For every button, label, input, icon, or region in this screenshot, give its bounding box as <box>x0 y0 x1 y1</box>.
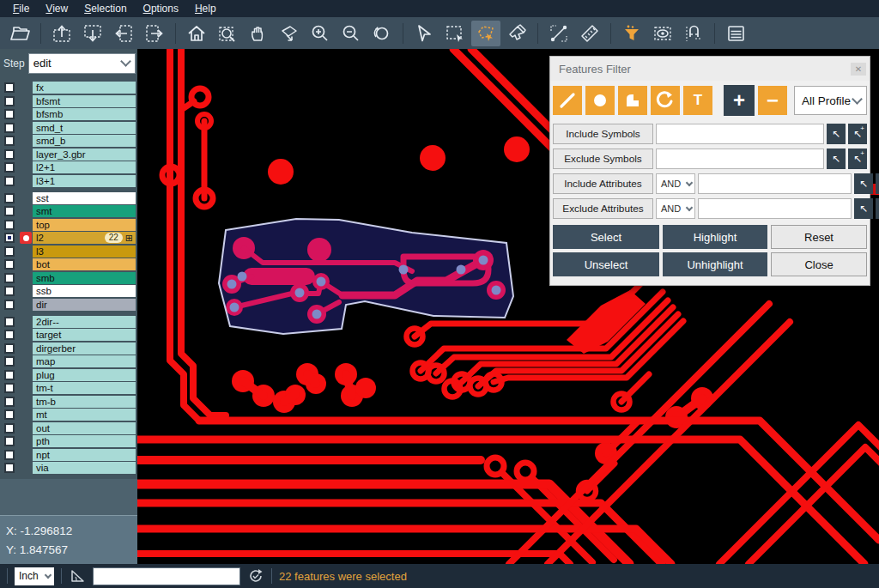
layer-checkbox-tm-b[interactable] <box>4 397 15 407</box>
layer-row-npt[interactable]: npt <box>0 449 137 461</box>
layer-label-smt[interactable]: smt <box>33 205 136 217</box>
layer-checkbox-bfsmt[interactable] <box>4 96 15 106</box>
menu-item-selection[interactable]: Selection <box>76 1 135 16</box>
polygon-select-icon[interactable] <box>471 21 500 46</box>
layer-row-top[interactable]: top <box>0 219 137 231</box>
pick-add-from-canvas-icon[interactable]: ↖+ <box>848 149 867 169</box>
highlight-button[interactable]: Highlight <box>663 225 767 249</box>
angle-measure-icon[interactable] <box>69 567 86 585</box>
layer-label-tm-b[interactable]: tm-b <box>33 396 136 408</box>
layer-label-l2+1[interactable]: l2+1 <box>33 161 136 173</box>
menu-item-view[interactable]: View <box>38 1 76 16</box>
unit-select[interactable]: Inch <box>15 567 54 585</box>
zoom-previous-icon[interactable] <box>367 21 397 46</box>
layer-label-target[interactable]: target <box>33 329 136 341</box>
layer-label-plug[interactable]: plug <box>33 369 136 381</box>
close-icon[interactable]: ✕ <box>851 63 866 76</box>
layer-label-out[interactable]: out <box>33 422 136 434</box>
pick-add-from-canvas-icon[interactable]: ↖+ <box>876 198 879 219</box>
layer-row-l2[interactable]: l222⊞ <box>0 232 137 244</box>
command-input[interactable] <box>93 567 240 585</box>
layer-label-top[interactable]: top <box>33 219 136 231</box>
layer-label-2dir--[interactable]: 2dir-- <box>33 316 136 328</box>
layer-row-smd_b[interactable]: smd_b <box>0 135 137 147</box>
layer-label-ssb[interactable]: ssb <box>33 285 136 297</box>
layer-label-fx[interactable]: fx <box>33 82 136 94</box>
layer-label-npt[interactable]: npt <box>33 449 136 461</box>
open-folder-icon[interactable] <box>5 21 34 46</box>
layer-row-layer_3.gbr[interactable]: layer_3.gbr <box>0 149 137 161</box>
layer-row-fx[interactable]: fx <box>0 82 137 94</box>
layer-row-bot[interactable]: bot <box>0 258 137 270</box>
profile-select[interactable]: All Profile <box>794 86 867 115</box>
select-button[interactable]: Select <box>553 225 659 249</box>
zoom-object-icon[interactable] <box>275 21 304 46</box>
snap-magnet-icon[interactable] <box>679 21 708 46</box>
layer-label-sst[interactable]: sst <box>33 192 136 204</box>
layer-row-ssb[interactable]: ssb <box>0 285 137 297</box>
layer-checkbox-smb[interactable] <box>4 273 15 283</box>
layer-checkbox-smd_t[interactable] <box>4 123 15 133</box>
surface-feature-icon[interactable] <box>618 86 647 115</box>
layer-row-out[interactable]: out <box>0 422 137 434</box>
layer-row-dir[interactable]: dir <box>0 299 137 311</box>
pick-from-canvas-icon[interactable]: ↖ <box>854 198 873 219</box>
menu-item-file[interactable]: File <box>5 1 38 16</box>
layer-label-layer_3.gbr[interactable]: layer_3.gbr <box>33 149 136 161</box>
menu-item-help[interactable]: Help <box>187 1 225 16</box>
layer-checkbox-npt[interactable] <box>4 450 15 460</box>
layer-row-tm-t[interactable]: tm-t <box>0 382 137 394</box>
layer-checkbox-target[interactable] <box>4 330 15 340</box>
step-select[interactable]: edit <box>28 53 136 74</box>
rect-select-icon[interactable] <box>440 21 470 46</box>
reset-button[interactable]: Reset <box>771 225 867 249</box>
line-feature-icon[interactable] <box>553 86 582 115</box>
layer-row-smt[interactable]: smt <box>0 205 137 217</box>
layer-checkbox-bot[interactable] <box>4 259 15 270</box>
zoom-area-icon[interactable] <box>213 21 242 46</box>
view-box-icon[interactable] <box>648 21 677 46</box>
text-feature-icon[interactable]: T <box>683 86 712 115</box>
exclude-attributes-button[interactable]: Exclude Attributes <box>553 198 653 219</box>
pan-hand-icon[interactable] <box>244 21 273 46</box>
layer-row-l3+1[interactable]: l3+1 <box>0 175 137 187</box>
layer-label-smd_t[interactable]: smd_t <box>33 122 136 134</box>
layer-checkbox-bfsmb[interactable] <box>4 109 15 119</box>
zoom-out-icon[interactable] <box>336 21 366 46</box>
layer-label-map[interactable]: map <box>33 355 136 367</box>
layer-row-sst[interactable]: sst <box>0 192 137 204</box>
pcb-canvas[interactable]: Features Filter ✕ T + − All Profile <box>137 49 879 564</box>
layer-row-l3[interactable]: l3 <box>0 246 137 258</box>
brush-icon[interactable] <box>502 21 531 46</box>
include-symbols-input[interactable] <box>656 124 824 144</box>
layer-checkbox-map[interactable] <box>4 356 15 367</box>
layer-checkbox-plug[interactable] <box>4 370 15 380</box>
layer-checkbox-sst[interactable] <box>4 193 15 203</box>
layer-checkbox-l3+1[interactable] <box>4 176 15 186</box>
pick-from-canvas-icon[interactable]: ↖ <box>827 149 846 169</box>
filter-funnel-icon[interactable] <box>617 21 646 46</box>
layer-row-smb[interactable]: smb <box>0 272 137 284</box>
dialog-title-bar[interactable]: Features Filter ✕ <box>550 57 870 81</box>
layer-checkbox-via[interactable] <box>4 463 15 473</box>
layer-checkbox-ssb[interactable] <box>4 286 15 296</box>
layer-label-mt[interactable]: mt <box>33 409 136 421</box>
close-button[interactable]: Close <box>771 252 867 276</box>
and-or-select[interactable]: AND <box>656 198 695 219</box>
layer-label-via[interactable]: via <box>33 462 136 474</box>
layer-row-bfsmb[interactable]: bfsmb <box>0 108 137 120</box>
round-feature-icon[interactable] <box>585 86 615 115</box>
layer-checkbox-l3[interactable] <box>4 246 15 257</box>
include-attributes-input[interactable] <box>698 173 852 194</box>
home-icon[interactable] <box>182 21 211 46</box>
and-or-select[interactable]: AND <box>656 173 695 194</box>
layer-checkbox-l2[interactable] <box>4 233 15 243</box>
select-arrow-icon[interactable] <box>409 21 439 46</box>
zoom-in-icon[interactable] <box>306 21 335 46</box>
layer-list-icon[interactable] <box>721 21 750 46</box>
layer-label-l3+1[interactable]: l3+1 <box>33 175 136 187</box>
pick-from-canvas-icon[interactable]: ↖ <box>827 124 846 144</box>
pick-add-from-canvas-icon[interactable]: ↖+ <box>876 173 879 194</box>
layer-checkbox-mt[interactable] <box>4 409 15 420</box>
layer-checkbox-smt[interactable] <box>4 206 15 216</box>
